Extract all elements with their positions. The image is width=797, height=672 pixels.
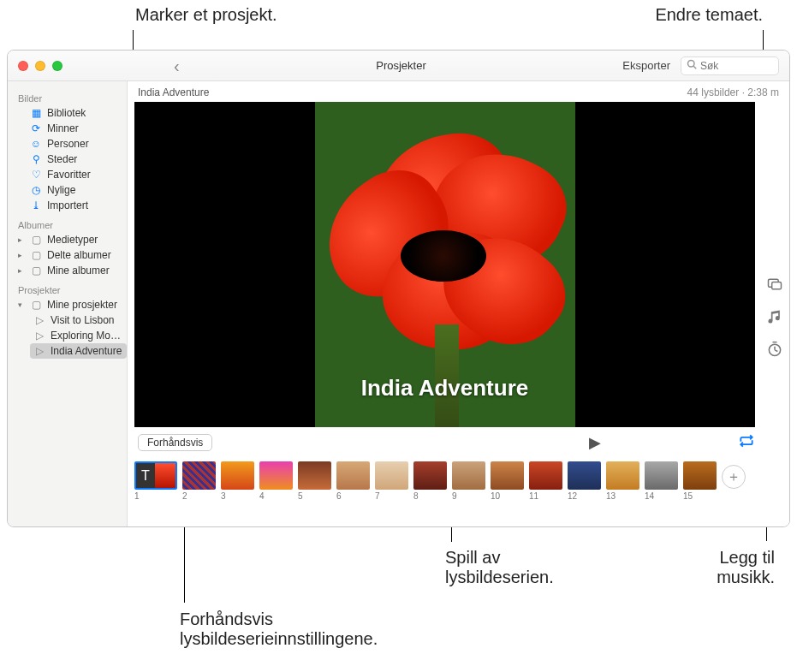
sidebar-item-people[interactable]: ☺Personer: [15, 136, 127, 152]
main-area: India Adventure 44 lysbilder · 2:38 m: [128, 81, 789, 526]
slide-caption: India Adventure: [134, 375, 755, 401]
clock-icon: ◷: [30, 184, 42, 196]
slide-thumb-13[interactable]: 13: [606, 461, 639, 501]
slide-thumb-8[interactable]: 8: [413, 461, 447, 501]
zoom-window-button[interactable]: [52, 61, 62, 71]
svg-line-1: [693, 66, 696, 68]
slideshow-icon: ▷: [33, 345, 45, 357]
sidebar-section-photos: Bilder: [18, 93, 127, 104]
callout-select-project: Marker et prosjekt.: [135, 5, 277, 25]
sidebar-section-albums: Albumer: [18, 220, 127, 230]
minimize-window-button[interactable]: [35, 61, 45, 71]
import-icon: ⤓: [30, 199, 42, 211]
folder-icon: ▢: [30, 234, 42, 246]
sidebar-project-1[interactable]: ▷Visit to Lisbon: [30, 312, 127, 328]
svg-line-6: [775, 350, 777, 352]
slide-thumb-12[interactable]: 12: [568, 461, 601, 501]
slide-thumb-6[interactable]: 6: [336, 461, 370, 501]
close-window-button[interactable]: [18, 61, 28, 71]
controls-row: Forhåndsvis ▶: [128, 427, 789, 458]
project-header: India Adventure 44 lysbilder · 2:38 m: [128, 81, 789, 102]
callout-play-slideshow: Spill av lysbildeserien.: [445, 548, 554, 587]
svg-rect-3: [772, 282, 782, 289]
music-button[interactable]: [765, 307, 784, 326]
slide-thumb-15[interactable]: 15: [683, 461, 717, 501]
slide-thumb-11[interactable]: 11: [529, 461, 562, 501]
search-input[interactable]: [700, 60, 773, 72]
sidebar-item-mediatypes[interactable]: ▸▢Medietyper: [15, 232, 127, 247]
sidebar-item-imported[interactable]: ⤓Importert: [15, 198, 127, 213]
back-button[interactable]: ‹: [174, 57, 180, 74]
slideshow-icon: ▷: [33, 330, 45, 342]
window-controls: [18, 61, 62, 71]
sidebar-item-recent[interactable]: ◷Nylige: [15, 182, 127, 198]
slide-thumb-3[interactable]: 3: [221, 461, 254, 501]
sidebar-project-2[interactable]: ▷Exploring Mor…: [30, 328, 127, 343]
folder-icon: ▢: [30, 265, 42, 277]
sidebar-item-my-albums[interactable]: ▸▢Mine albumer: [15, 263, 127, 278]
theme-button[interactable]: [765, 275, 784, 294]
app-window: ‹ Prosjekter Eksporter Bilder ▦Bibliotek…: [7, 50, 790, 527]
slideshow-preview: India Adventure: [134, 102, 755, 427]
callout-change-theme: Endre temaet.: [655, 5, 763, 25]
sidebar-project-3[interactable]: ▷India Adventure: [30, 343, 127, 359]
heart-icon: ♡: [30, 169, 42, 181]
sidebar-section-projects: Prosjekter: [18, 285, 127, 295]
sidebar: Bilder ▦Bibliotek ⟳Minner ☺Personer ⚲Ste…: [8, 81, 128, 526]
thumbnail-strip: T1 2 3 4 5 6 7 8 9 10 11 12 13 14 15 ＋: [128, 458, 789, 508]
callout-preview-settings: Forhåndsvis lysbildeserieinnstillingene.: [180, 610, 378, 649]
slide-thumb-1[interactable]: T1: [134, 461, 177, 501]
slide-thumb-7[interactable]: 7: [375, 461, 408, 501]
preview-button[interactable]: Forhåndsvis: [138, 434, 212, 451]
slide-thumb-2[interactable]: 2: [182, 461, 216, 501]
slide-thumb-10[interactable]: 10: [491, 461, 524, 501]
search-icon: [687, 59, 697, 72]
play-button[interactable]: ▶: [589, 433, 601, 452]
export-button[interactable]: Eksporter: [622, 59, 670, 72]
people-icon: ☺: [30, 138, 42, 150]
slide-thumb-4[interactable]: 4: [259, 461, 293, 501]
add-slide-button[interactable]: ＋: [722, 465, 746, 489]
sidebar-item-library[interactable]: ▦Bibliotek: [15, 105, 127, 121]
svg-point-0: [688, 61, 695, 68]
search-field[interactable]: [681, 56, 779, 75]
loop-button[interactable]: [738, 432, 755, 453]
sidebar-item-shared-albums[interactable]: ▸▢Delte albumer: [15, 247, 127, 263]
library-icon: ▦: [30, 107, 42, 119]
folder-icon: ▢: [30, 299, 42, 311]
project-name: India Adventure: [138, 86, 209, 98]
slideshow-icon: ▷: [33, 314, 45, 326]
slide-thumb-5[interactable]: 5: [298, 461, 331, 501]
folder-icon: ▢: [30, 249, 42, 261]
sidebar-item-places[interactable]: ⚲Steder: [15, 152, 127, 167]
title-badge-icon: T: [136, 463, 155, 488]
places-icon: ⚲: [30, 153, 42, 165]
window-title: Prosjekter: [180, 59, 623, 72]
project-duration: 2:38 m: [747, 86, 779, 98]
sidebar-item-favorites[interactable]: ♡Favoritter: [15, 167, 127, 182]
duration-button[interactable]: [765, 340, 784, 359]
sidebar-item-memories[interactable]: ⟳Minner: [15, 121, 127, 136]
slide-thumb-9[interactable]: 9: [452, 461, 485, 501]
titlebar: ‹ Prosjekter Eksporter: [8, 51, 789, 81]
sidebar-item-my-projects[interactable]: ▾▢Mine prosjekter: [15, 297, 127, 312]
memories-icon: ⟳: [30, 122, 42, 134]
slide-thumb-14[interactable]: 14: [645, 461, 678, 501]
callout-add-music: Legg til musikk.: [717, 548, 775, 587]
slide-count: 44 lysbilder: [687, 86, 740, 98]
slideshow-tools: [765, 275, 784, 359]
